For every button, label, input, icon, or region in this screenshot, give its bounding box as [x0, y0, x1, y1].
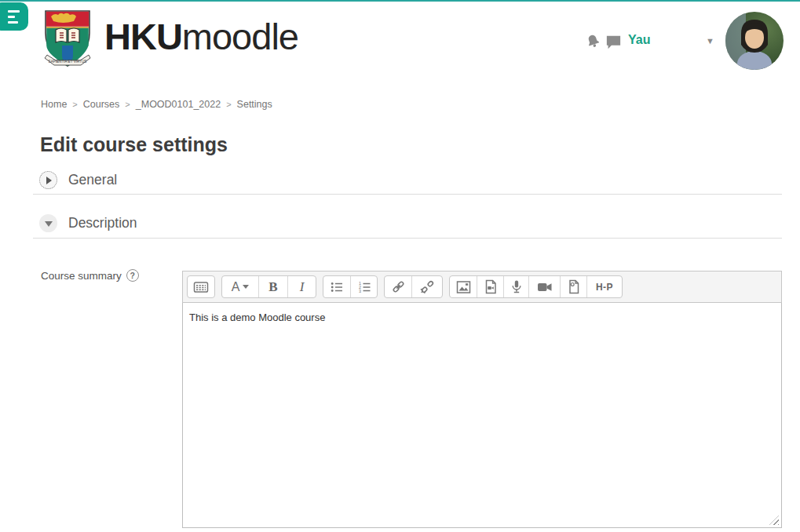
breadcrumb-course-code[interactable]: _MOOD0101_2022: [136, 99, 221, 110]
editor-resize-handle[interactable]: [769, 516, 779, 525]
ordered-list-icon: 1 2 3: [357, 280, 371, 294]
video-camera-icon: [537, 281, 553, 293]
collapse-toggle-description[interactable]: [39, 214, 57, 232]
unlink-button[interactable]: [411, 276, 442, 297]
course-summary-textarea[interactable]: This is a demo Moodle course: [182, 303, 782, 528]
notifications-button[interactable]: [585, 32, 601, 53]
paragraph-styles-button[interactable]: A: [222, 276, 258, 297]
page-title: Edit course settings: [40, 133, 228, 156]
section-header-description[interactable]: Description: [39, 214, 137, 232]
link-icon: [391, 279, 406, 294]
breadcrumb-separator: >: [125, 100, 130, 109]
breadcrumb-separator: >: [226, 100, 231, 109]
user-menu-name[interactable]: Yau: [628, 33, 650, 47]
editor-toolbar: A B I 1: [182, 271, 782, 303]
breadcrumb-separator: >: [72, 100, 77, 109]
bold-button[interactable]: B: [258, 276, 287, 297]
avatar-photo: [725, 12, 784, 70]
record-video-button[interactable]: [528, 276, 560, 297]
unlink-icon: [420, 279, 435, 294]
course-summary-label-row: Course summary ?: [41, 269, 139, 282]
course-summary-content[interactable]: This is a demo Moodle course: [183, 303, 781, 332]
section-divider: [33, 238, 782, 239]
unordered-list-button[interactable]: [323, 276, 350, 297]
toggle-toolbar-icon: [193, 280, 209, 294]
bell-icon: [585, 32, 601, 50]
toolbar-group-media: H-P: [449, 275, 623, 298]
italic-label: I: [300, 279, 305, 295]
hku-crest-icon: SAPIENTIA ET VIRTUS: [43, 9, 92, 74]
section-divider: [33, 194, 782, 195]
ordered-list-button[interactable]: 1 2 3: [350, 276, 377, 297]
section-label-description: Description: [68, 215, 137, 231]
nav-drawer-button[interactable]: [0, 2, 28, 31]
user-avatar[interactable]: [725, 12, 784, 70]
user-menu-caret-icon[interactable]: ▼: [706, 36, 714, 46]
chat-bubble-icon: [605, 35, 622, 49]
course-summary-label: Course summary: [41, 270, 122, 282]
font-style-label: A: [232, 280, 240, 294]
messages-button[interactable]: [605, 35, 622, 53]
chevron-right-icon: [46, 177, 52, 184]
dropdown-caret-icon: [243, 285, 249, 289]
breadcrumb-home[interactable]: Home: [41, 99, 67, 110]
moodle-edit-course-settings-page: SAPIENTIA ET VIRTUS HKUmoodle Yau ▼: [0, 0, 800, 532]
insert-h5p-button[interactable]: H-P: [586, 276, 622, 297]
hkumoodle-wordmark[interactable]: HKUmoodle: [104, 16, 298, 57]
brand-light-text: moodle: [182, 16, 298, 57]
chevron-down-icon: [45, 221, 53, 227]
hku-crest-logo[interactable]: SAPIENTIA ET VIRTUS: [43, 9, 92, 77]
insert-media-button[interactable]: [477, 276, 503, 297]
section-header-general[interactable]: General: [39, 171, 117, 189]
course-summary-editor: A B I 1: [182, 271, 782, 528]
brand-bold-text: HKU: [104, 16, 182, 57]
media-file-icon: [484, 279, 498, 294]
unordered-list-icon: [330, 280, 344, 294]
section-label-general: General: [68, 172, 117, 188]
breadcrumb: Home > Courses > _MOOD0101_2022 > Settin…: [41, 99, 272, 110]
file-icon: [567, 279, 581, 294]
toolbar-group-text: A B I: [221, 275, 316, 298]
microphone-icon: [510, 279, 524, 294]
toolbar-group-lists: 1 2 3: [323, 275, 378, 298]
insert-link-button[interactable]: [385, 276, 411, 297]
record-audio-button[interactable]: [503, 276, 528, 297]
image-icon: [456, 280, 471, 294]
toolbar-group-collapse: [187, 275, 215, 298]
toolbar-group-links: [384, 275, 443, 298]
help-icon[interactable]: ?: [126, 269, 139, 282]
svg-text:SAPIENTIA ET VIRTUS: SAPIENTIA ET VIRTUS: [49, 60, 87, 64]
svg-text:3: 3: [359, 289, 361, 293]
collapse-toggle-general[interactable]: [39, 171, 57, 189]
bold-label: B: [268, 279, 277, 295]
manage-files-button[interactable]: [560, 276, 586, 297]
breadcrumb-courses[interactable]: Courses: [83, 99, 120, 110]
toggle-toolbar-button[interactable]: [188, 276, 214, 297]
top-accent-line: [0, 0, 800, 2]
insert-image-button[interactable]: [450, 276, 477, 297]
breadcrumb-settings[interactable]: Settings: [237, 99, 272, 110]
italic-button[interactable]: I: [287, 276, 316, 297]
h5p-label: H-P: [596, 282, 613, 293]
